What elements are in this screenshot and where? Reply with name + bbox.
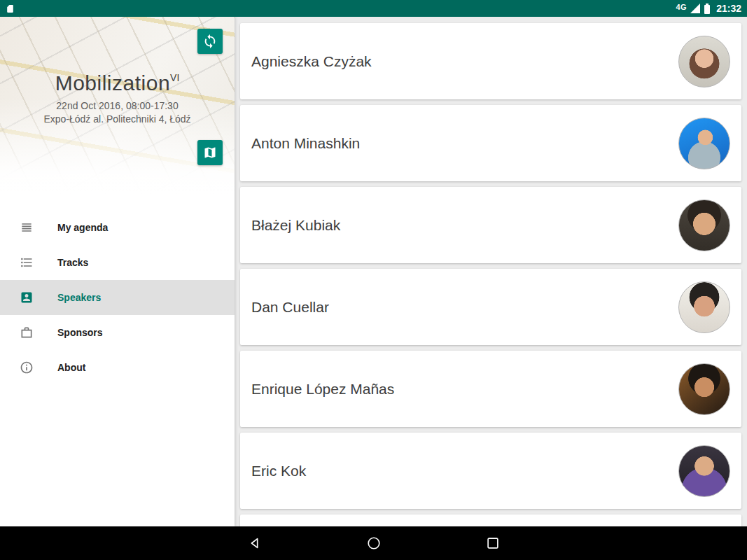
- sidebar-item-label: My agenda: [57, 222, 108, 233]
- home-icon: [366, 536, 382, 551]
- speakers-icon: [18, 289, 35, 306]
- sidebar-item-speakers[interactable]: Speakers: [0, 280, 235, 315]
- sync-icon: [202, 34, 218, 49]
- speaker-name: Enrique López Mañas: [251, 381, 394, 398]
- event-venue: Expo-Łódź al. Politechniki 4, Łódź: [0, 113, 235, 125]
- map-icon: [203, 146, 217, 160]
- speaker-name: Eric Kok: [251, 463, 306, 479]
- sidebar-item-label: Tracks: [57, 257, 88, 268]
- avatar: [678, 200, 730, 251]
- avatar: [678, 281, 730, 333]
- speaker-name: Dan Cuellar: [251, 299, 329, 316]
- back-icon: [247, 536, 263, 551]
- app-title-text: Mobilization: [55, 71, 170, 94]
- status-bar: 4G 21:32: [0, 0, 747, 17]
- speaker-card[interactable]: Eric Kok: [240, 433, 741, 509]
- event-date: 22nd Oct 2016, 08:00-17:30: [0, 100, 235, 111]
- speaker-name: Agnieszka Czyżak: [251, 53, 372, 70]
- about-icon: [18, 359, 35, 376]
- recents-button[interactable]: [476, 526, 510, 560]
- speaker-card[interactable]: Agnieszka Czyżak: [240, 23, 741, 99]
- speaker-card[interactable]: Enrique López Mañas: [240, 351, 741, 427]
- navigation-drawer: MobilizationVI 22nd Oct 2016, 08:00-17:3…: [0, 17, 235, 526]
- drawer-menu: My agenda Tracks Speakers Sponsors About: [0, 210, 235, 385]
- drawer-header: MobilizationVI 22nd Oct 2016, 08:00-17:3…: [0, 17, 235, 196]
- sidebar-item-label: Speakers: [57, 292, 101, 303]
- app-title-superscript: VI: [170, 72, 179, 83]
- map-button[interactable]: [197, 140, 223, 165]
- sidebar-item-label: Sponsors: [57, 327, 103, 338]
- app-title: MobilizationVI: [0, 71, 235, 95]
- sidebar-item-sponsors[interactable]: Sponsors: [0, 315, 235, 350]
- speaker-card[interactable]: Błażej Kubiak: [240, 187, 741, 263]
- speaker-card-partial[interactable]: [240, 514, 741, 526]
- speaker-card[interactable]: Anton Minashkin: [240, 105, 741, 181]
- status-clock: 21:32: [716, 3, 741, 14]
- speaker-name: Anton Minashkin: [251, 135, 360, 152]
- back-button[interactable]: [238, 526, 272, 560]
- home-button[interactable]: [357, 526, 391, 560]
- battery-icon: [704, 4, 711, 14]
- sidebar-item-label: About: [57, 362, 85, 373]
- speaker-name: Błażej Kubiak: [251, 217, 340, 234]
- tracks-icon: [18, 254, 35, 271]
- speaker-card[interactable]: Dan Cuellar: [240, 269, 741, 345]
- signal-icon: [690, 4, 700, 13]
- agenda-icon: [18, 219, 35, 236]
- network-label: 4G: [676, 3, 687, 11]
- sync-button[interactable]: [197, 29, 223, 54]
- sidebar-item-tracks[interactable]: Tracks: [0, 245, 235, 280]
- android-navigation-bar: [0, 526, 747, 560]
- avatar: [678, 445, 730, 497]
- sd-card-icon: [6, 4, 15, 14]
- avatar: [678, 36, 730, 88]
- speakers-list: Agnieszka Czyżak Anton Minashkin Błażej …: [235, 17, 747, 526]
- avatar: [678, 118, 730, 169]
- recents-icon: [485, 536, 501, 551]
- sidebar-item-about[interactable]: About: [0, 350, 235, 385]
- sponsors-icon: [18, 324, 35, 341]
- sidebar-item-my-agenda[interactable]: My agenda: [0, 210, 235, 245]
- avatar: [678, 363, 730, 415]
